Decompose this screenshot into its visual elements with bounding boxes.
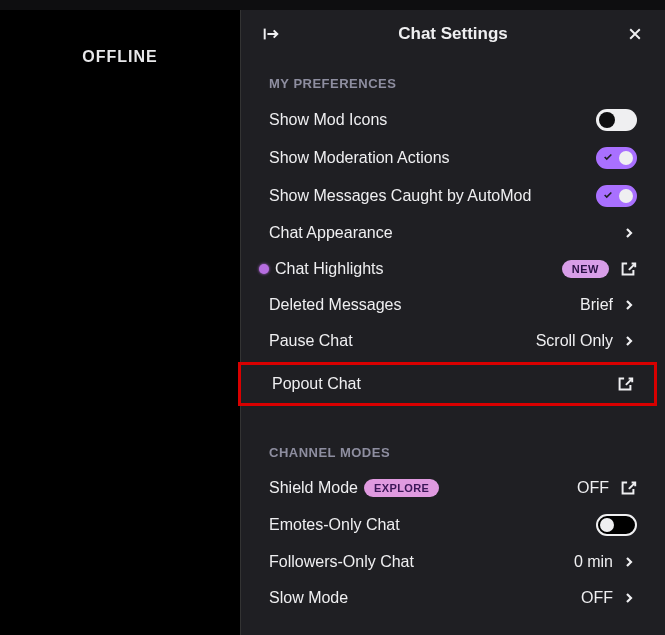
row-followers-only[interactable]: Followers-Only Chat 0 min	[241, 544, 665, 580]
value-slow-mode: OFF	[581, 589, 613, 607]
label-show-mod-icons: Show Mod Icons	[269, 111, 387, 129]
popout-icon[interactable]	[619, 260, 637, 278]
label-popout-chat: Popout Chat	[272, 375, 361, 393]
chevron-right-icon	[623, 591, 637, 605]
row-emotes-only: Emotes-Only Chat	[241, 506, 665, 544]
value-shield-mode: OFF	[577, 479, 609, 497]
panel-header: Chat Settings	[241, 10, 665, 72]
label-chat-highlights: Chat Highlights	[259, 260, 384, 278]
label-pause-chat: Pause Chat	[269, 332, 353, 350]
panel-title: Chat Settings	[398, 24, 508, 44]
label-deleted-messages: Deleted Messages	[269, 296, 402, 314]
value-deleted-messages: Brief	[580, 296, 613, 314]
stream-pane: OFFLINE	[0, 10, 240, 635]
section-my-preferences: MY PREFERENCES	[241, 72, 665, 101]
chevron-right-icon	[623, 334, 637, 348]
badge-new: NEW	[562, 260, 609, 278]
chevron-right-icon	[623, 298, 637, 312]
value-pause-chat: Scroll Only	[536, 332, 613, 350]
section-channel-modes: CHANNEL MODES	[241, 441, 665, 470]
label-emotes-only: Emotes-Only Chat	[269, 516, 400, 534]
toggle-emotes-only[interactable]	[596, 514, 637, 536]
row-pause-chat[interactable]: Pause Chat Scroll Only	[241, 323, 665, 359]
popout-icon[interactable]	[619, 479, 637, 497]
window-top-strip	[0, 0, 665, 10]
label-chat-appearance: Chat Appearance	[269, 224, 393, 242]
row-automod-messages: Show Messages Caught by AutoMod	[241, 177, 665, 215]
chat-settings-panel: Chat Settings MY PREFERENCES Show Mod Ic…	[240, 10, 665, 635]
label-show-moderation-actions: Show Moderation Actions	[269, 149, 450, 167]
row-show-mod-icons: Show Mod Icons	[241, 101, 665, 139]
collapse-icon[interactable]	[261, 24, 281, 44]
notification-dot-icon	[259, 264, 269, 274]
label-automod-messages: Show Messages Caught by AutoMod	[269, 187, 531, 205]
row-slow-mode[interactable]: Slow Mode OFF	[241, 580, 665, 616]
row-show-moderation-actions: Show Moderation Actions	[241, 139, 665, 177]
row-popout-chat[interactable]: Popout Chat	[238, 362, 657, 406]
value-followers-only: 0 min	[574, 553, 613, 571]
row-deleted-messages[interactable]: Deleted Messages Brief	[241, 287, 665, 323]
label-shield-mode-text: Shield Mode	[269, 479, 358, 497]
label-shield-mode: Shield Mode EXPLORE	[269, 479, 439, 497]
chevron-right-icon	[623, 226, 637, 240]
popout-icon[interactable]	[616, 375, 634, 393]
toggle-show-mod-icons[interactable]	[596, 109, 637, 131]
row-shield-mode[interactable]: Shield Mode EXPLORE OFF	[241, 470, 665, 506]
stream-status: OFFLINE	[82, 48, 157, 635]
badge-explore: EXPLORE	[364, 479, 439, 497]
row-chat-highlights[interactable]: Chat Highlights NEW	[241, 251, 665, 287]
chevron-right-icon	[623, 555, 637, 569]
label-followers-only: Followers-Only Chat	[269, 553, 414, 571]
label-slow-mode: Slow Mode	[269, 589, 348, 607]
row-chat-appearance[interactable]: Chat Appearance	[241, 215, 665, 251]
toggle-show-moderation-actions[interactable]	[596, 147, 637, 169]
label-chat-highlights-text: Chat Highlights	[275, 260, 384, 278]
close-icon[interactable]	[625, 24, 645, 44]
toggle-automod-messages[interactable]	[596, 185, 637, 207]
main-container: OFFLINE Chat Settings MY PREFERENCES Sho…	[0, 10, 665, 635]
